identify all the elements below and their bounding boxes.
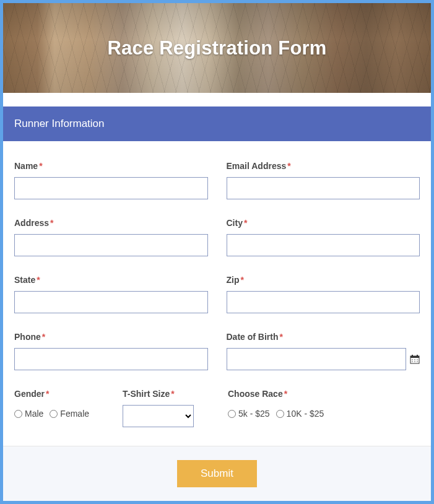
required-marker: * <box>39 161 42 171</box>
label-phone: Phone* <box>14 332 208 342</box>
label-dob: Date of Birth* <box>227 332 420 342</box>
label-text: Choose Race <box>228 389 283 399</box>
radio-label: 10K - $25 <box>287 409 324 419</box>
radio-label: Male <box>25 409 43 419</box>
svg-point-9 <box>417 361 417 362</box>
svg-point-8 <box>414 361 415 362</box>
required-marker: * <box>241 275 244 285</box>
dob-wrapper <box>227 348 420 370</box>
field-email: Email Address* <box>227 161 420 199</box>
race-options: 5k - $25 10K - $25 <box>228 405 420 419</box>
form-container: Race Registration Form Runner Informatio… <box>0 0 434 504</box>
gender-male-option[interactable]: Male <box>14 409 43 419</box>
spacer <box>3 93 431 106</box>
label-text: Date of Birth <box>227 332 279 342</box>
form-title: Race Registration Form <box>107 37 326 59</box>
required-marker: * <box>37 275 40 285</box>
tshirt-select[interactable] <box>123 405 194 427</box>
gender-female-radio[interactable] <box>50 410 58 418</box>
race-5k-option[interactable]: 5k - $25 <box>228 409 270 419</box>
field-tshirt: T-Shirt Size* <box>123 389 209 427</box>
label-tshirt: T-Shirt Size* <box>123 389 209 399</box>
field-name: Name* <box>14 161 208 199</box>
label-text: Phone <box>14 332 41 342</box>
gender-female-option[interactable]: Female <box>50 409 89 419</box>
race-10k-radio[interactable] <box>276 410 284 418</box>
svg-point-7 <box>412 361 412 362</box>
race-5k-radio[interactable] <box>228 410 236 418</box>
city-input[interactable] <box>227 234 420 256</box>
zip-input[interactable] <box>227 291 420 313</box>
required-marker: * <box>280 332 283 342</box>
field-race: Choose Race* 5k - $25 10K - $25 <box>228 389 420 427</box>
label-text: City <box>227 218 243 228</box>
section-header: Runner Information <box>3 106 431 141</box>
label-text: T-Shirt Size <box>123 389 170 399</box>
state-input[interactable] <box>14 291 208 313</box>
label-race: Choose Race* <box>228 389 420 399</box>
svg-point-6 <box>417 359 417 360</box>
svg-point-5 <box>414 359 415 360</box>
calendar-icon[interactable] <box>410 354 420 364</box>
label-zip: Zip* <box>227 275 420 285</box>
dob-input[interactable] <box>227 348 407 370</box>
address-input[interactable] <box>14 234 208 256</box>
gender-male-radio[interactable] <box>14 410 22 418</box>
field-address: Address* <box>14 218 208 256</box>
required-marker: * <box>42 332 45 342</box>
label-name: Name* <box>14 161 208 171</box>
field-phone: Phone* <box>14 332 208 370</box>
label-text: State <box>14 275 35 285</box>
gender-options: Male Female <box>14 405 104 419</box>
label-city: City* <box>227 218 420 228</box>
required-marker: * <box>287 161 290 171</box>
svg-rect-3 <box>417 355 418 357</box>
field-state: State* <box>14 275 208 313</box>
label-text: Email Address <box>227 161 287 171</box>
required-marker: * <box>50 218 53 228</box>
radio-label: 5k - $25 <box>238 409 270 419</box>
submit-button[interactable]: Submit <box>177 460 257 487</box>
required-marker: * <box>171 389 174 399</box>
label-address: Address* <box>14 218 208 228</box>
svg-rect-2 <box>412 355 413 357</box>
phone-input[interactable] <box>14 348 208 370</box>
radio-label: Female <box>60 409 89 419</box>
label-text: Name <box>14 161 38 171</box>
required-marker: * <box>46 389 49 399</box>
label-text: Address <box>14 218 49 228</box>
required-marker: * <box>284 389 287 399</box>
hero-banner: Race Registration Form <box>3 3 431 93</box>
form-body: Name* Email Address* Address* City* <box>3 141 431 446</box>
email-input[interactable] <box>227 177 420 199</box>
label-email: Email Address* <box>227 161 420 171</box>
name-input[interactable] <box>14 177 208 199</box>
label-text: Zip <box>227 275 240 285</box>
form-footer: Submit <box>3 446 431 501</box>
label-gender: Gender* <box>14 389 104 399</box>
label-text: Gender <box>14 389 45 399</box>
field-zip: Zip* <box>227 275 420 313</box>
field-city: City* <box>227 218 420 256</box>
required-marker: * <box>244 218 247 228</box>
field-dob: Date of Birth* <box>227 332 420 370</box>
race-10k-option[interactable]: 10K - $25 <box>276 409 324 419</box>
svg-point-4 <box>412 359 412 360</box>
field-gender: Gender* Male Female <box>14 389 104 427</box>
label-state: State* <box>14 275 208 285</box>
